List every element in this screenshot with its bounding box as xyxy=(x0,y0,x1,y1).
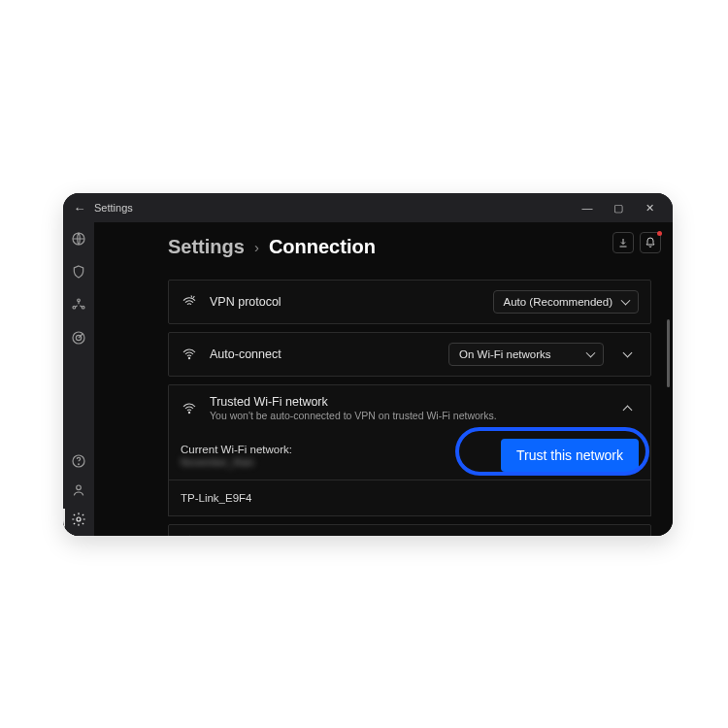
notifications-button[interactable] xyxy=(640,232,661,253)
svg-point-3 xyxy=(82,306,84,309)
wifi-icon xyxy=(181,400,198,417)
main-panel: Settings › Connection VPN protocol Auto … xyxy=(94,222,673,536)
svg-point-8 xyxy=(77,485,82,490)
chevron-up-icon xyxy=(622,405,632,414)
scrollbar[interactable] xyxy=(667,319,670,387)
vpn-protocol-row: VPN protocol Auto (Recommended) xyxy=(168,280,651,324)
window-title: Settings xyxy=(94,202,133,214)
vpn-protocol-icon xyxy=(181,293,198,311)
maximize-button[interactable]: ▢ xyxy=(603,202,634,215)
radar-icon[interactable] xyxy=(70,329,87,347)
notification-dot-icon xyxy=(657,231,662,236)
auto-connect-expand[interactable] xyxy=(615,343,639,366)
current-wifi-label: Current Wi-Fi network: xyxy=(181,444,501,455)
svg-point-11 xyxy=(188,412,189,413)
trusted-wifi-collapse[interactable] xyxy=(615,397,639,420)
help-icon[interactable] xyxy=(70,452,87,470)
shield-icon[interactable] xyxy=(70,263,87,281)
svg-point-9 xyxy=(77,517,81,521)
svg-point-10 xyxy=(188,357,189,358)
toggle-track xyxy=(613,536,639,537)
chevron-down-icon xyxy=(622,348,632,358)
vpn-protocol-select[interactable]: Auto (Recommended) xyxy=(493,290,640,314)
quick-connect-row: Quick Connect on the app launch Off xyxy=(168,524,651,536)
settings-list: VPN protocol Auto (Recommended) Auto-con… xyxy=(94,280,673,536)
download-button[interactable] xyxy=(612,232,634,253)
sidebar xyxy=(63,222,94,536)
trusted-wifi-label: Trusted Wi-Fi network xyxy=(210,395,604,409)
known-network-ssid: TP-Link_E9F4 xyxy=(181,492,252,504)
minimize-button[interactable]: — xyxy=(572,202,603,214)
auto-connect-select[interactable]: On Wi-Fi networks xyxy=(448,343,604,366)
account-icon[interactable] xyxy=(70,481,87,499)
titlebar: ← Settings — ▢ ✕ xyxy=(63,193,673,222)
auto-connect-label: Auto-connect xyxy=(210,347,437,361)
svg-point-2 xyxy=(73,306,76,309)
breadcrumb-separator-icon: › xyxy=(254,239,259,255)
vpn-protocol-label: VPN protocol xyxy=(210,295,481,309)
settings-icon[interactable] xyxy=(70,511,87,528)
current-wifi-ssid: November_Rain xyxy=(181,456,501,468)
svg-point-1 xyxy=(78,299,81,302)
trusted-wifi-sub: You won't be auto-connected to VPN on tr… xyxy=(210,410,604,421)
breadcrumb-current: Connection xyxy=(269,236,376,258)
back-button[interactable]: ← xyxy=(71,201,88,215)
trusted-wifi-row: Trusted Wi-Fi network You won't be auto-… xyxy=(168,384,651,431)
auto-connect-icon xyxy=(181,346,198,363)
known-network-subrow[interactable]: TP-Link_E9F4 xyxy=(168,480,651,516)
quick-connect-label: Quick Connect on the app launch xyxy=(210,535,582,536)
current-wifi-subrow: Current Wi-Fi network: November_Rain Tru… xyxy=(168,431,651,480)
trust-network-button[interactable]: Trust this network xyxy=(501,439,639,472)
svg-point-7 xyxy=(79,464,80,465)
breadcrumb: Settings › Connection xyxy=(94,236,673,258)
close-button[interactable]: ✕ xyxy=(634,202,665,215)
lightning-icon xyxy=(181,533,198,536)
app-window: ← Settings — ▢ ✕ xyxy=(63,193,673,536)
quick-connect-toggle[interactable]: Off xyxy=(594,536,639,537)
globe-icon[interactable] xyxy=(70,230,87,248)
auto-connect-row: Auto-connect On Wi-Fi networks xyxy=(168,332,651,377)
breadcrumb-root[interactable]: Settings xyxy=(168,236,245,258)
mesh-icon[interactable] xyxy=(70,296,87,314)
